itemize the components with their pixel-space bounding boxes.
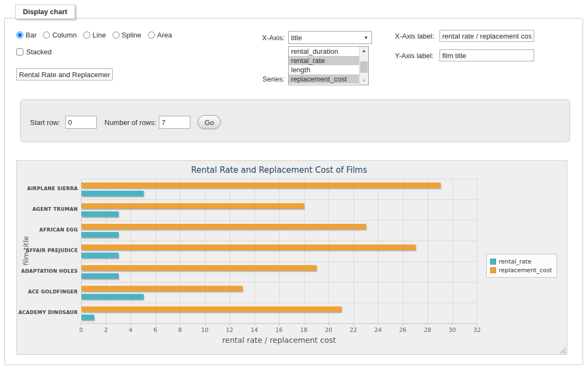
series-scrollbar[interactable]: ▲ ▼ xyxy=(359,47,368,85)
bar-rental_rate[interactable] xyxy=(82,191,144,196)
start-row-caption: Start row: xyxy=(30,118,60,127)
x-tick-label: 18 xyxy=(296,327,312,333)
bar-replacement_cost[interactable] xyxy=(82,224,366,229)
gridline-vertical xyxy=(378,179,379,323)
radio-label: Line xyxy=(92,31,106,39)
legend-label: rental_rate xyxy=(499,258,531,265)
number-of-rows-input[interactable] xyxy=(159,116,190,129)
category-label: AFRICAN EGG xyxy=(17,227,78,233)
chart-type-radio-line[interactable] xyxy=(83,32,90,39)
gridline-vertical xyxy=(403,179,404,323)
gridline-vertical xyxy=(453,179,453,323)
chart-type-option-column[interactable]: Column xyxy=(43,31,77,39)
legend-swatch-icon xyxy=(490,259,496,265)
gridline-vertical xyxy=(255,179,255,323)
x-axis-label-caption: X-Axis label: xyxy=(395,32,437,40)
x-tick-label: 30 xyxy=(444,327,461,333)
x-tick-label: 12 xyxy=(221,327,238,333)
gridline-horizontal xyxy=(79,303,477,303)
go-button[interactable]: Go xyxy=(197,115,221,129)
stacked-checkbox-row[interactable]: Stacked xyxy=(16,48,52,56)
x-axis-title: rental rate / replacement cost xyxy=(81,336,477,344)
stacked-checkbox[interactable] xyxy=(16,48,23,55)
resize-handle-icon[interactable] xyxy=(560,347,566,353)
bar-chart: Rental Rate and Replacement Cost of Film… xyxy=(16,160,567,355)
gridline-vertical xyxy=(156,179,156,323)
chart-type-option-area[interactable]: Area xyxy=(148,31,172,39)
series-options: rental_durationrental_ratelengthreplacem… xyxy=(289,47,359,85)
gridline-vertical xyxy=(205,179,206,323)
bar-replacement_cost[interactable] xyxy=(82,306,342,312)
series-option-rental_duration[interactable]: rental_duration xyxy=(289,47,359,56)
gridline-horizontal xyxy=(79,179,477,179)
chart-title-input[interactable] xyxy=(16,68,113,80)
legend-swatch-icon xyxy=(490,267,496,273)
series-option-length[interactable]: length xyxy=(289,65,359,74)
chart-type-radio-bar[interactable] xyxy=(16,32,23,39)
gridline-vertical xyxy=(329,179,329,323)
legend-item-replacement_cost[interactable]: replacement_cost xyxy=(490,266,552,274)
gridline-horizontal xyxy=(79,323,477,324)
x-tick-label: 10 xyxy=(197,327,213,333)
x-axis-select[interactable]: title xyxy=(288,31,372,44)
chart-type-option-spline[interactable]: Spline xyxy=(113,31,141,39)
gridline-vertical xyxy=(106,179,107,323)
start-row-input[interactable] xyxy=(65,116,97,129)
bar-replacement_cost[interactable] xyxy=(82,286,243,291)
display-chart-page: Display chart BarColumnLineSplineArea St… xyxy=(0,0,588,370)
category-label: ADAPTATION HOLES xyxy=(17,268,78,274)
gridline-vertical xyxy=(230,179,230,323)
number-of-rows-caption: Number of rows: xyxy=(104,118,156,127)
bar-rental_rate[interactable] xyxy=(82,253,119,258)
y-axis-label-input[interactable] xyxy=(440,49,534,61)
scroll-up-icon[interactable]: ▲ xyxy=(360,47,368,55)
chart-type-radio-column[interactable] xyxy=(43,32,50,39)
chart-type-radio-group: BarColumnLineSplineArea xyxy=(16,31,178,39)
bar-rental_rate[interactable] xyxy=(82,294,144,299)
x-tick-label: 32 xyxy=(469,327,485,333)
fieldset-legend-text: Display chart xyxy=(23,8,67,16)
scroll-down-icon[interactable]: ▼ xyxy=(360,77,368,85)
x-tick-label: 16 xyxy=(271,327,287,333)
x-tick-label: 6 xyxy=(147,327,164,333)
gridline-vertical xyxy=(477,179,478,323)
x-axis-select-wrap: title ▼ xyxy=(288,31,372,44)
radio-label: Column xyxy=(52,31,77,39)
chart-legend: rental_ratereplacement_cost xyxy=(486,254,557,278)
bar-rental_rate[interactable] xyxy=(82,273,119,279)
gridline-vertical xyxy=(180,179,181,323)
axis-tick xyxy=(477,323,478,325)
gridline-horizontal xyxy=(79,282,477,283)
bar-rental_rate[interactable] xyxy=(82,211,119,217)
bar-replacement_cost[interactable] xyxy=(82,265,317,271)
gridline-vertical xyxy=(354,179,354,323)
gridline-horizontal xyxy=(79,199,477,200)
category-label: AFFAIR PREJUDICE xyxy=(17,248,78,253)
bar-replacement_cost[interactable] xyxy=(82,244,416,250)
x-tick-label: 24 xyxy=(370,327,386,333)
chart-type-option-line[interactable]: Line xyxy=(83,31,106,39)
chart-type-radio-area[interactable] xyxy=(148,32,155,39)
series-option-rental_rate[interactable]: rental_rate xyxy=(289,56,359,65)
scrollbar-thumb[interactable] xyxy=(360,61,368,73)
radio-label: Bar xyxy=(26,31,36,39)
row-range-panel xyxy=(20,99,570,142)
chart-type-radio-spline[interactable] xyxy=(113,32,120,39)
category-label: AIRPLANE SIERRA xyxy=(17,186,78,191)
bar-rental_rate[interactable] xyxy=(82,232,119,237)
x-tick-label: 22 xyxy=(345,327,362,333)
series-listbox[interactable]: rental_durationrental_ratelengthreplacem… xyxy=(288,46,369,85)
chart-type-option-bar[interactable]: Bar xyxy=(16,31,36,39)
legend-label: replacement_cost xyxy=(499,267,552,274)
bar-rental_rate[interactable] xyxy=(82,315,94,320)
category-label: ACE GOLDFINGER xyxy=(17,289,78,294)
gridline-vertical xyxy=(279,179,280,323)
x-axis-label-input[interactable] xyxy=(440,30,534,42)
series-option-replacement_cost[interactable]: replacement_cost xyxy=(289,74,359,84)
bar-replacement_cost[interactable] xyxy=(82,203,304,209)
category-label: AGENT TRUMAN xyxy=(17,206,78,212)
legend-item-rental_rate[interactable]: rental_rate xyxy=(490,257,552,266)
bar-replacement_cost[interactable] xyxy=(82,183,441,188)
gridline-vertical xyxy=(428,179,428,323)
category-label: ACADEMY DINOSAUR xyxy=(17,310,78,315)
